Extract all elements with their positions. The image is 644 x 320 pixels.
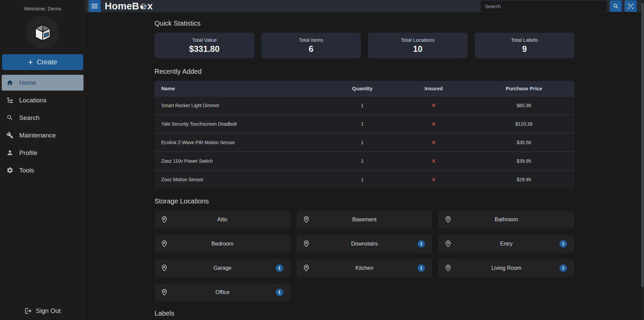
sidebar-item-home[interactable]: Home [2,75,83,91]
item-count-badge: 1 [276,289,283,296]
stat-card-total-items: Total Items 6 [261,33,361,58]
sidebar: Welcome, Demo + Create Home [0,0,85,320]
hamburger-icon [91,2,98,10]
location-pin-icon [444,264,452,272]
item-count-badge: 1 [560,240,567,248]
menu-button[interactable] [89,0,101,12]
sidebar-item-locations[interactable]: Locations [2,92,83,108]
sidebar-item-maintenance[interactable]: Maintenance [2,127,83,143]
table-row[interactable]: Ecolink Z-Wave PIR Motion Sensor 1 ✕ $35… [155,133,574,152]
quick-statistics-heading: Quick Statistics [155,20,574,27]
sidebar-item-label: Profile [19,149,37,157]
column-header-insured: Insured [394,86,474,91]
sidebar-item-search[interactable]: Search [2,110,83,126]
search-icon [613,3,619,9]
sidebar-item-profile[interactable]: Profile [2,145,83,161]
location-card-attic[interactable]: Attic [155,211,291,229]
location-card-office[interactable]: Office 1 [155,283,291,301]
location-name: Entry [500,241,512,247]
location-pin-icon [161,264,168,272]
search-input[interactable] [481,1,607,12]
sidebar-item-label: Home [19,79,36,87]
qr-scan-icon [628,3,634,9]
item-quantity: 1 [331,158,394,164]
item-name: Smart Rocker Light Dimmer [155,103,331,108]
wrench-icon [6,132,13,139]
location-pin-icon [303,216,310,223]
welcome-text: Welcome, Demo [0,6,85,11]
item-price: $35.58 [474,140,574,145]
table-row[interactable]: Zooz Motion Sensor 1 ✕ $29.95 [155,170,574,189]
column-header-price: Purchase Price [474,86,574,91]
labels-heading: Labels [155,310,574,317]
app-window: Welcome, Demo + Create Home [0,0,644,320]
stats-row: Total Value $331.80 Total Items 6 Total … [155,33,574,58]
recently-added-table: Name Quantity Insured Purchase Price Sma… [155,81,574,189]
locations-tree-icon [6,97,13,104]
location-name: Office [215,289,230,295]
sidebar-item-label: Maintenance [19,132,56,139]
app-title-part2: x [147,1,153,12]
qr-scan-button[interactable] [624,0,637,12]
location-card-living-room[interactable]: Living Room 1 [438,259,574,277]
sidebar-nav: Home Locations Search [0,75,85,178]
sign-out-label: Sign Out [36,307,61,315]
not-insured-icon: ✕ [431,102,436,109]
person-icon [6,149,13,157]
top-navbar: HomeB x [85,0,644,12]
location-card-bathroom[interactable]: Bathroom [438,211,574,229]
not-insured-icon: ✕ [431,158,436,164]
column-header-name: Name [155,86,331,91]
table-header-row: Name Quantity Insured Purchase Price [155,81,574,96]
stat-value: 9 [522,44,527,54]
box-logo-small-icon [139,2,148,11]
location-card-entry[interactable]: Entry 1 [438,235,574,253]
stat-card-total-locations: Total Locations 10 [368,33,468,58]
app-title-part1: HomeB [105,1,139,12]
item-quantity: 1 [331,121,394,127]
location-card-bedroom[interactable]: Bedroom [155,235,291,253]
locations-grid: Attic Basement Bathroom Bedroom [155,211,574,301]
sidebar-item-label: Locations [19,97,46,104]
location-name: Living Room [492,265,521,271]
gear-icon [6,167,13,174]
location-name: Garage [213,265,231,271]
search-button[interactable] [610,0,622,12]
item-count-badge: 1 [417,264,425,272]
location-pin-icon [161,240,168,248]
table-row[interactable]: Zooz 110v Power Switch 1 ✕ $39.95 [155,152,574,170]
table-row[interactable]: Smart Rocker Light Dimmer 1 ✕ $65.98 [155,96,574,115]
location-card-garage[interactable]: Garage 1 [155,259,291,277]
create-button[interactable]: + Create [2,54,83,70]
item-name: Yale Security Touchscreen Deadbolt [155,121,331,127]
table-row[interactable]: Yale Security Touchscreen Deadbolt 1 ✕ $… [155,115,574,133]
not-insured-icon: ✕ [431,121,436,127]
item-count-badge: 1 [417,240,425,248]
location-card-kitchen[interactable]: Kitchen 1 [297,259,433,277]
app-title[interactable]: HomeB x [105,1,153,12]
item-name: Zooz 110v Power Switch [155,158,331,164]
not-insured-icon: ✕ [431,139,436,146]
recently-added-heading: Recently Added [155,68,574,75]
location-card-basement[interactable]: Basement [297,211,433,229]
page-content: Quick Statistics Total Value $331.80 Tot… [85,12,574,320]
location-pin-icon [303,264,310,272]
location-card-downstairs[interactable]: Downstairs 1 [297,235,433,253]
logo-circle [26,16,59,49]
scrollbar-thumb[interactable] [641,3,644,287]
location-pin-icon [161,289,168,296]
app-logo [0,16,85,49]
stat-label: Total Labels [511,37,538,43]
stat-value: 6 [309,44,313,54]
location-pin-icon [444,216,452,223]
sidebar-item-label: Search [19,114,39,122]
main-area: HomeB x [85,0,644,320]
location-name: Kitchen [355,265,373,271]
stat-card-total-value: Total Value $331.80 [155,33,254,58]
sidebar-item-tools[interactable]: Tools [2,162,83,178]
vertical-scrollbar[interactable] [641,0,644,320]
storage-locations-heading: Storage Locations [155,197,574,205]
sign-out-button[interactable]: Sign Out [0,307,85,315]
item-price: $29.95 [474,177,574,182]
location-name: Attic [217,217,228,223]
